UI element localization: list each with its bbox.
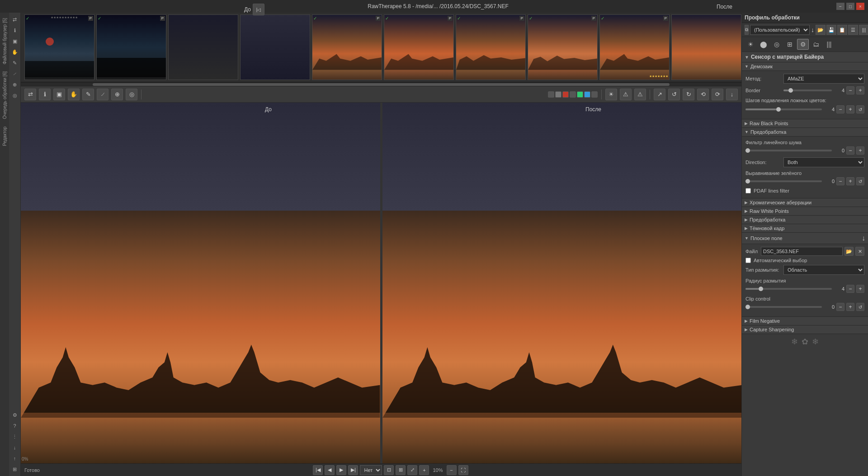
border-thumb[interactable] [788,88,793,93]
clip-control-plus[interactable]: + [846,303,854,311]
tool-icon-bottom-6[interactable]: ⊞ [10,464,20,474]
before-toggle[interactable]: |◁ [253,13,264,15]
tool-icon-7[interactable]: ⊕ [10,80,20,90]
false-color-reset[interactable]: ↺ [856,105,864,113]
film-thumb-6[interactable]: ✓ P [384,14,454,80]
profile-menu-btn[interactable]: ☰ [848,25,858,35]
redo-icon[interactable]: ⟳ [712,89,723,100]
film-thumb-4[interactable] [240,14,310,80]
nav-first[interactable]: |◀ [313,465,323,475]
save-icon[interactable]: ↓ [726,89,738,100]
flat-field-header[interactable]: ▼ Плоское поле ↓ [742,233,868,244]
nav-zoom1[interactable]: ⊡ [384,465,394,475]
circle-button[interactable]: ◎ [126,89,137,100]
border-minus[interactable]: − [846,86,854,94]
tool-icon-8[interactable]: ◎ [10,90,20,100]
tab-exposure[interactable]: ☀ [745,39,756,50]
tool-icon-1[interactable]: ⇄ [10,14,20,24]
film-thumb-8[interactable]: ✓ P [528,14,598,80]
green-eq-thumb[interactable] [745,179,750,184]
direction-select[interactable]: Both Horizontal Vertical [783,157,864,167]
profile-save-btn[interactable]: 💾 [826,25,836,35]
blur-radius-thumb[interactable] [759,287,763,291]
view-mode-1[interactable] [548,91,554,98]
profile-barcode-btn[interactable]: ||| [859,25,868,35]
film-thumb-3[interactable] [168,14,238,80]
green-eq-plus[interactable]: + [846,177,854,185]
view-mode-4[interactable] [570,91,576,98]
sensor-bayer-header[interactable]: ▼ Сенсор с матрицей Байера [742,52,868,62]
select-button[interactable]: ⊕ [111,89,123,100]
info-button[interactable]: ℹ [39,89,51,100]
film-thumb-5[interactable]: ✓ P [312,14,382,80]
export-icon[interactable]: ↗ [654,89,665,100]
false-color-plus[interactable]: + [846,105,854,113]
tab-raw[interactable]: ⚙ [797,39,809,50]
line-noise-plus[interactable]: + [856,146,864,155]
line-button[interactable]: ⟋ [97,89,108,100]
clip-control-slider[interactable] [745,303,822,311]
nav-fit[interactable]: ⤢ [407,465,417,475]
tool-icon-bottom-5[interactable]: ↑ [10,453,20,463]
nav-fullscreen[interactable]: ⛶ [458,465,468,475]
clip-control-minus[interactable]: − [836,303,844,311]
tool-icon-2[interactable]: ℹ [10,25,20,35]
nav-dropdown[interactable]: Нет [360,465,382,475]
auto-select-checkbox[interactable] [745,258,751,263]
film-thumb-9[interactable]: ✓ P ★★★★★★★ [599,14,670,80]
film-negative-header[interactable]: ▶ Film Negative [742,317,868,325]
tool-icon-bottom-1[interactable]: ⚙ [10,410,20,420]
exposure-icon[interactable]: ☀ [605,89,617,100]
hand-button[interactable]: ✋ [68,89,80,100]
tab-detail[interactable]: ◎ [771,39,783,50]
demosaic-header[interactable]: ▼ Демозаик [742,62,868,71]
blur-radius-plus[interactable]: + [856,285,864,293]
blur-radius-minus[interactable]: − [846,285,854,293]
tab-meta2[interactable]: ||| [823,39,835,50]
false-color-slider[interactable] [745,106,822,113]
view-mode-7[interactable] [591,91,598,98]
warning-icon[interactable]: ⚠ [620,89,632,100]
nav-zoom2[interactable]: ⊞ [396,465,406,475]
blur-radius-slider[interactable] [745,285,832,292]
profile-paste-btn[interactable]: 📋 [837,25,847,35]
file-browse-btn[interactable]: 📂 [844,247,854,256]
tool-icon-3[interactable]: ▣ [10,36,20,46]
file-input[interactable] [761,247,843,256]
minimize-button[interactable]: − [836,3,844,10]
green-eq-slider[interactable] [745,178,822,185]
dark-frame-header[interactable]: ▶ Тёмновой кадр [742,224,868,233]
nav-next[interactable]: ▶ [336,465,346,475]
nav-last[interactable]: ▶| [348,465,358,475]
filmstrip-scrollbar[interactable] [21,83,741,86]
profile-copy-btn[interactable]: ⧉ [745,25,749,35]
pdaf-checkbox[interactable] [745,188,751,193]
sync-button[interactable]: ⇄ [24,89,36,100]
nav-zoom-out[interactable]: − [447,465,457,475]
false-color-thumb[interactable] [776,107,781,112]
film-thumb-10[interactable] [671,14,741,80]
view-mode-6[interactable] [584,91,590,98]
clip-control-thumb[interactable] [745,305,750,309]
raw-black-header[interactable]: ▶ Raw Black Points [742,119,868,128]
close-button[interactable]: × [856,3,864,10]
capture-sharpening-header[interactable]: ▶ Capture Sharpening [742,325,868,334]
rotate-ccw-icon[interactable]: ↺ [668,89,680,100]
film-thumb-7[interactable]: ✓ P [456,14,526,80]
rotate-cw-icon[interactable]: ↻ [683,89,694,100]
tool-icon-4[interactable]: ✋ [10,47,20,57]
line-noise-slider[interactable] [745,147,832,154]
undo-icon[interactable]: ⟲ [697,89,709,100]
tool-icon-5[interactable]: ✎ [10,58,20,68]
chroma-header[interactable]: ▶ Хроматические аберрации [742,198,868,207]
green-eq-minus[interactable]: − [836,177,844,185]
border-slider[interactable] [783,87,832,94]
tab-color[interactable]: ⬤ [758,39,769,50]
raw-white-header[interactable]: ▶ Raw White Points [742,207,868,216]
draw-button[interactable]: ✎ [82,89,94,100]
line-noise-thumb[interactable] [745,148,750,153]
border-plus[interactable]: + [856,86,864,94]
film-thumb-2[interactable]: ✓ P [96,14,166,80]
preprocessing-header[interactable]: ▼ Предобработка [742,128,868,137]
profile-open-btn[interactable]: 📂 [816,25,826,35]
